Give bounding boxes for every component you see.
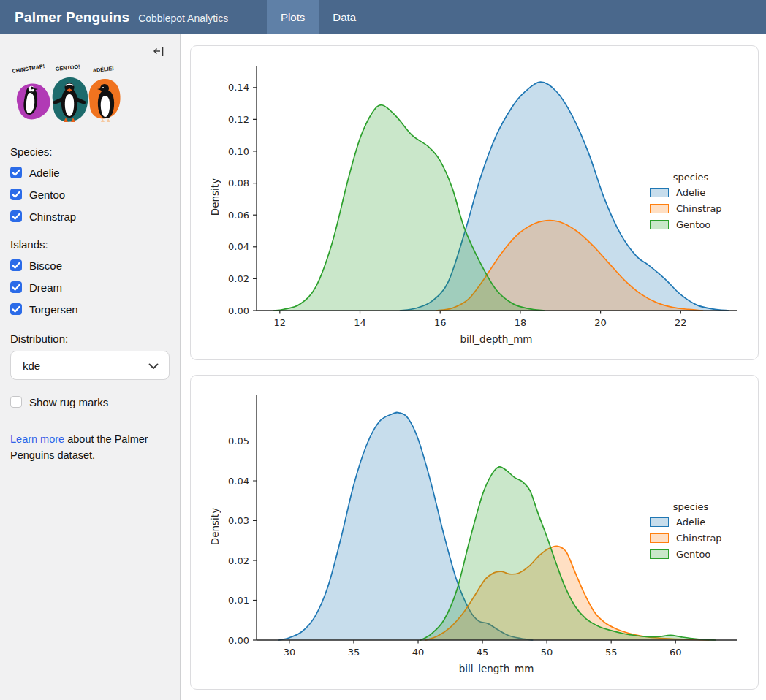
legend-entry-chinstrap: Chinstrap xyxy=(650,533,759,544)
penguins-artwork: CHINSTRAP! GENTOO! ADÉLIE! xyxy=(10,64,123,126)
legend-label: Gentoo xyxy=(676,219,710,230)
y-axis-label: Density xyxy=(209,508,221,545)
artwork-label-gentoo: GENTOO! xyxy=(55,64,80,72)
legend-title: species xyxy=(650,172,732,183)
x-tick-label: 60 xyxy=(670,647,682,658)
legend-entry-chinstrap: Chinstrap xyxy=(650,203,759,214)
y-tick-label: 0.00 xyxy=(228,635,249,646)
checkbox-species-chinstrap[interactable]: Chinstrap xyxy=(10,209,170,224)
y-tick-label: 0.02 xyxy=(228,555,249,566)
tab-data[interactable]: Data xyxy=(319,0,370,34)
y-tick-label: 0.06 xyxy=(228,210,249,221)
checkbox-show-rug-marks[interactable]: Show rug marks xyxy=(10,395,170,409)
dataset-note: Learn more about the Palmer Penguins dat… xyxy=(10,431,165,463)
plot-card-bill-depth: 1214161820220.000.020.040.060.080.100.12… xyxy=(190,45,759,360)
legend-label: Adelie xyxy=(676,187,705,198)
legend-entry-gentoo: Gentoo xyxy=(650,549,759,560)
legend-entry-adelie: Adelie xyxy=(650,517,759,528)
checkbox-species-adelie[interactable]: Adelie xyxy=(10,165,170,180)
x-tick-label: 18 xyxy=(515,317,527,328)
tab-plots[interactable]: Plots xyxy=(267,0,319,34)
y-tick-label: 0.00 xyxy=(228,305,249,316)
kde-plot-bill-depth: 1214161820220.000.020.040.060.080.100.12… xyxy=(191,47,758,354)
x-tick-label: 55 xyxy=(605,647,618,658)
legend-entry-adelie: Adelie xyxy=(650,187,759,198)
x-tick-label: 35 xyxy=(348,647,360,658)
app-header: Palmer Penguins Cobblepot Analytics Plot… xyxy=(0,0,766,34)
species-group-label: Species: xyxy=(10,145,170,158)
checkbox-label: Chinstrap xyxy=(29,210,76,223)
checked-checkbox-icon[interactable] xyxy=(10,189,22,200)
artwork-label-adelie: ADÉLIE! xyxy=(92,65,114,74)
checkbox-label: Show rug marks xyxy=(29,396,108,408)
chevron-down-icon xyxy=(148,359,159,372)
plot-legend: speciesAdelieChinstrapGentoo xyxy=(650,501,759,565)
x-tick-label: 40 xyxy=(412,647,425,658)
y-tick-label: 0.01 xyxy=(228,595,249,606)
legend-patch xyxy=(650,188,669,197)
legend-label: Adelie xyxy=(676,517,705,528)
x-axis-label: bill_length_mm xyxy=(459,663,534,674)
legend-patch xyxy=(650,220,669,229)
y-tick-label: 0.03 xyxy=(228,515,249,526)
legend-label: Chinstrap xyxy=(676,533,722,544)
distribution-label: Distribution: xyxy=(10,332,170,345)
plot-card-bill-length: 303540455055600.000.010.020.030.040.05bi… xyxy=(190,375,759,690)
checkbox-island-dream[interactable]: Dream xyxy=(10,280,170,294)
x-tick-label: 22 xyxy=(675,317,687,328)
checked-checkbox-icon[interactable] xyxy=(10,210,22,222)
legend-entry-gentoo: Gentoo xyxy=(650,219,759,230)
learn-more-link[interactable]: Learn more xyxy=(10,433,64,445)
legend-patch xyxy=(650,204,669,213)
x-tick-label: 14 xyxy=(354,317,366,328)
checked-checkbox-icon[interactable] xyxy=(10,167,22,178)
checkbox-label: Biscoe xyxy=(29,259,62,272)
checkbox-island-torgersen[interactable]: Torgersen xyxy=(10,302,170,316)
app-brand: Palmer Penguins Cobblepot Analytics xyxy=(0,9,267,26)
checkbox-label: Torgersen xyxy=(29,303,78,316)
distribution-select[interactable]: kde xyxy=(10,351,170,380)
legend-label: Gentoo xyxy=(676,549,710,560)
checkbox-island-biscoe[interactable]: Biscoe xyxy=(10,258,170,273)
kde-plot-bill-length: 303540455055600.000.010.020.030.040.05bi… xyxy=(191,377,758,684)
x-tick-label: 50 xyxy=(541,647,553,658)
checked-checkbox-icon[interactable] xyxy=(10,303,22,315)
y-tick-label: 0.10 xyxy=(228,146,249,157)
checkbox-label: Gentoo xyxy=(29,189,65,201)
artwork-label-chinstrap: CHINSTRAP! xyxy=(12,64,45,75)
x-axis-label: bill_depth_mm xyxy=(460,333,533,345)
x-tick-label: 30 xyxy=(284,647,296,658)
y-tick-label: 0.02 xyxy=(228,273,249,284)
legend-title: species xyxy=(650,501,732,512)
y-tick-label: 0.14 xyxy=(228,82,249,93)
legend-patch xyxy=(650,533,669,543)
y-tick-label: 0.05 xyxy=(228,435,249,446)
checked-checkbox-icon[interactable] xyxy=(10,281,22,293)
legend-label: Chinstrap xyxy=(676,203,722,214)
distribution-selected-value: kde xyxy=(23,359,40,372)
main-content: 1214161820220.000.020.040.060.080.100.12… xyxy=(181,34,766,700)
unchecked-checkbox-icon[interactable] xyxy=(10,396,22,408)
y-axis-label: Density xyxy=(209,178,221,216)
checkbox-species-gentoo[interactable]: Gentoo xyxy=(10,187,170,202)
x-tick-label: 12 xyxy=(274,317,287,328)
checkbox-label: Dream xyxy=(29,281,62,294)
sidebar: CHINSTRAP! GENTOO! ADÉLIE! Species: Adel… xyxy=(0,34,181,700)
y-tick-label: 0.04 xyxy=(228,241,249,252)
y-tick-label: 0.08 xyxy=(228,178,249,189)
sidebar-collapse-icon[interactable] xyxy=(152,45,165,58)
checkbox-label: Adelie xyxy=(29,167,60,179)
legend-patch xyxy=(650,517,669,527)
x-tick-label: 16 xyxy=(434,317,447,328)
x-tick-label: 45 xyxy=(477,647,489,658)
islands-group-label: Islands: xyxy=(10,238,170,251)
nav-tabs: Plots Data xyxy=(267,0,370,34)
app-title: Palmer Penguins xyxy=(15,9,129,26)
x-tick-label: 20 xyxy=(594,317,607,328)
y-tick-label: 0.12 xyxy=(228,114,249,125)
plot-legend: speciesAdelieChinstrapGentoo xyxy=(650,172,759,235)
y-tick-label: 0.04 xyxy=(228,476,249,487)
app-subtitle: Cobblepot Analytics xyxy=(138,12,228,24)
checked-checkbox-icon[interactable] xyxy=(10,259,22,271)
legend-patch xyxy=(650,549,669,559)
